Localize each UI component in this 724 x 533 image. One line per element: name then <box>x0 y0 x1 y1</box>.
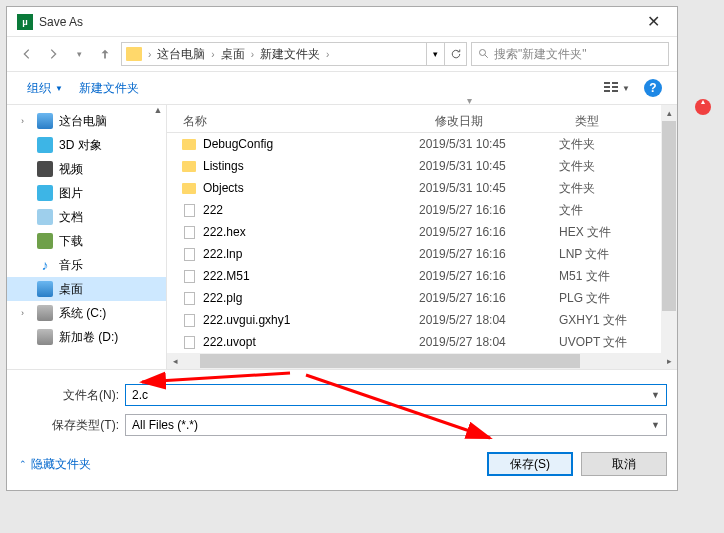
file-date: 2019/5/27 16:16 <box>419 247 559 261</box>
back-button[interactable] <box>15 42 39 66</box>
file-icon <box>184 292 195 305</box>
vertical-scrollbar[interactable]: ▴ <box>661 105 677 353</box>
file-row[interactable]: DebugConfig2019/5/31 10:45文件夹 <box>167 133 677 155</box>
organize-menu[interactable]: 组织▼ <box>19 76 71 101</box>
nav-icon: ♪ <box>37 257 53 273</box>
chevron-icon: › <box>21 116 24 126</box>
file-date: 2019/5/27 18:04 <box>419 313 559 327</box>
file-row[interactable]: 222.plg2019/5/27 16:16PLG 文件 <box>167 287 677 309</box>
view-mode-button[interactable]: ▼ <box>599 76 635 100</box>
svg-rect-5 <box>612 86 618 88</box>
file-row[interactable]: 222.uvopt2019/5/27 18:04UVOPT 文件 <box>167 331 677 353</box>
scroll-up-icon[interactable]: ▴ <box>661 105 677 121</box>
file-date: 2019/5/27 18:04 <box>419 335 559 349</box>
file-icon <box>184 226 195 239</box>
file-date: 2019/5/31 10:45 <box>419 159 559 173</box>
save-button[interactable]: 保存(S) <box>487 452 573 476</box>
col-type[interactable]: 类型 <box>559 113 659 130</box>
scroll-left-icon[interactable]: ◂ <box>167 353 183 369</box>
col-date[interactable]: 修改日期 <box>419 113 559 130</box>
new-folder-button[interactable]: 新建文件夹 <box>71 76 147 101</box>
nav-item-2[interactable]: 视频 <box>7 157 166 181</box>
folder-icon <box>182 183 196 194</box>
help-button[interactable]: ? <box>641 76 665 100</box>
up-button[interactable] <box>93 42 117 66</box>
nav-item-5[interactable]: 下载 <box>7 229 166 253</box>
refresh-button[interactable] <box>444 43 466 65</box>
search-input[interactable]: 搜索"新建文件夹" <box>471 42 669 66</box>
file-type: 文件夹 <box>559 136 595 153</box>
nav-item-1[interactable]: 3D 对象 <box>7 133 166 157</box>
file-row[interactable]: Objects2019/5/31 10:45文件夹 <box>167 177 677 199</box>
filename-label: 文件名(N): <box>17 387 119 404</box>
recent-button[interactable]: ▾ <box>67 42 91 66</box>
nav-label: 视频 <box>59 161 83 178</box>
scroll-right-icon[interactable]: ▸ <box>661 353 677 369</box>
search-icon <box>478 48 490 60</box>
close-button[interactable]: ✕ <box>633 8 673 36</box>
scroll-thumb[interactable] <box>662 121 676 311</box>
nav-label: 3D 对象 <box>59 137 102 154</box>
col-name[interactable]: 名称 <box>167 113 419 130</box>
file-name: 222.hex <box>203 225 419 239</box>
nav-item-4[interactable]: 文档 <box>7 205 166 229</box>
svg-point-0 <box>480 50 486 56</box>
nav-item-3[interactable]: 图片 <box>7 181 166 205</box>
nav-icon <box>37 113 53 129</box>
chevron-right-icon: › <box>209 49 216 60</box>
nav-item-8[interactable]: ›系统 (C:) <box>7 301 166 325</box>
folder-icon <box>182 161 196 172</box>
file-icon <box>184 270 195 283</box>
file-icon <box>184 336 195 349</box>
search-placeholder: 搜索"新建文件夹" <box>494 46 587 63</box>
nav-item-9[interactable]: 新加卷 (D:) <box>7 325 166 349</box>
file-list[interactable]: DebugConfig2019/5/31 10:45文件夹Listings201… <box>167 133 677 353</box>
file-row[interactable]: 222.M512019/5/27 16:16M51 文件 <box>167 265 677 287</box>
horizontal-scrollbar[interactable]: ◂ ▸ <box>167 353 677 369</box>
file-name: 222.uvgui.gxhy1 <box>203 313 419 327</box>
chevron-right-icon: › <box>324 49 331 60</box>
cancel-button[interactable]: 取消 <box>581 452 667 476</box>
nav-label: 音乐 <box>59 257 83 274</box>
filename-input[interactable]: 2.c ▼ <box>125 384 667 406</box>
column-sizer-icon[interactable]: ▾ <box>467 95 472 106</box>
file-icon <box>184 204 195 217</box>
filetype-label: 保存类型(T): <box>17 417 119 434</box>
file-type: GXHY1 文件 <box>559 312 627 329</box>
file-row[interactable]: 2222019/5/27 16:16文件 <box>167 199 677 221</box>
forward-button[interactable] <box>41 42 65 66</box>
file-date: 2019/5/27 16:16 <box>419 225 559 239</box>
chevron-right-icon: › <box>249 49 256 60</box>
nav-label: 这台电脑 <box>59 113 107 130</box>
breadcrumb-dropdown[interactable]: ▾ <box>426 43 444 65</box>
nav-item-6[interactable]: ♪音乐 <box>7 253 166 277</box>
chevron-down-icon[interactable]: ▼ <box>651 420 660 430</box>
crumb-1[interactable]: 桌面 <box>217 46 249 63</box>
filetype-select[interactable]: All Files (*.*) ▼ <box>125 414 667 436</box>
footer: ⌃隐藏文件夹 保存(S) 取消 <box>7 450 677 490</box>
chevron-down-icon[interactable]: ▼ <box>651 390 660 400</box>
app-icon: μ <box>17 14 33 30</box>
file-row[interactable]: 222.hex2019/5/27 16:16HEX 文件 <box>167 221 677 243</box>
scroll-thumb[interactable] <box>200 354 580 368</box>
window-title: Save As <box>39 15 633 29</box>
hide-folders-toggle[interactable]: ⌃隐藏文件夹 <box>19 456 91 473</box>
folder-icon <box>126 47 142 61</box>
file-icon <box>184 248 195 261</box>
file-date: 2019/5/27 16:16 <box>419 291 559 305</box>
breadcrumb-box[interactable]: › 这台电脑 › 桌面 › 新建文件夹 › ▾ <box>121 42 467 66</box>
navigation-pane[interactable]: ▲ ›这台电脑3D 对象视频图片文档下载♪音乐桌面›系统 (C:)新加卷 (D:… <box>7 105 167 369</box>
nav-icon <box>37 329 53 345</box>
nav-item-7[interactable]: 桌面 <box>7 277 166 301</box>
crumb-0[interactable]: 这台电脑 <box>153 46 209 63</box>
file-row[interactable]: Listings2019/5/31 10:45文件夹 <box>167 155 677 177</box>
file-type: PLG 文件 <box>559 290 610 307</box>
file-name: 222.uvopt <box>203 335 419 349</box>
nav-item-0[interactable]: ›这台电脑 <box>7 109 166 133</box>
file-type: UVOPT 文件 <box>559 334 627 351</box>
file-date: 2019/5/31 10:45 <box>419 181 559 195</box>
crumb-2[interactable]: 新建文件夹 <box>256 46 324 63</box>
file-row[interactable]: 222.lnp2019/5/27 16:16LNP 文件 <box>167 243 677 265</box>
file-row[interactable]: 222.uvgui.gxhy12019/5/27 18:04GXHY1 文件 <box>167 309 677 331</box>
file-name: 222 <box>203 203 419 217</box>
